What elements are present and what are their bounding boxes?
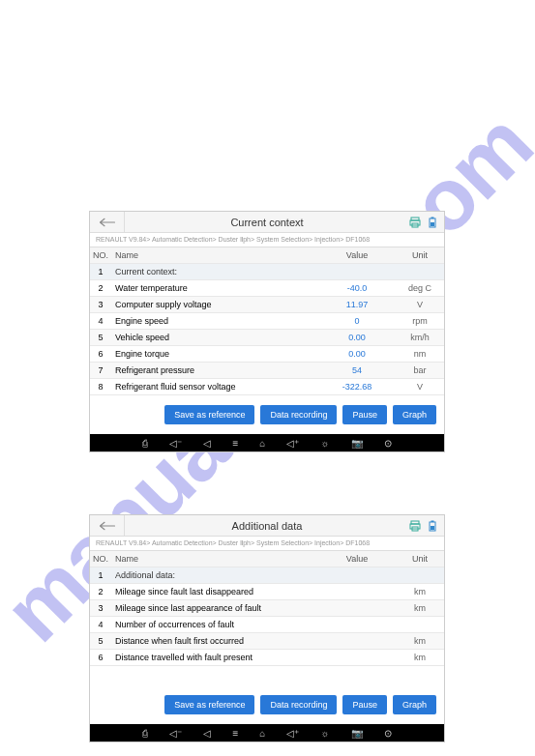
table-row[interactable]: 7Refrigerant pressure54bar: [90, 363, 444, 379]
row-unit: km: [396, 653, 444, 662]
current-context-screen: Current context RENAULT V9.84> Automatic…: [89, 211, 445, 452]
col-no-header: NO.: [90, 554, 111, 564]
volume-down-icon[interactable]: ◁⁻: [169, 728, 182, 739]
brightness-icon[interactable]: ☼: [320, 438, 329, 449]
data-recording-button[interactable]: Data recording: [260, 405, 337, 424]
volume-down-icon[interactable]: ◁⁻: [169, 438, 182, 449]
row-no: 4: [90, 620, 111, 629]
back-icon: [99, 521, 116, 531]
print-icon[interactable]: [409, 520, 421, 532]
table-row[interactable]: 5Distance when fault first occurredkm: [90, 633, 444, 650]
row-name: Additional data:: [111, 570, 318, 580]
row-no: 5: [90, 333, 111, 342]
print-icon[interactable]: [409, 217, 421, 228]
table-row[interactable]: 2Mileage since fault last disappearedkm: [90, 584, 444, 600]
row-unit: km: [396, 587, 444, 596]
table-row[interactable]: 6Distance travelled with fault presentkm: [90, 650, 444, 666]
row-unit: deg C: [396, 283, 444, 293]
row-name: Water temperature: [111, 283, 318, 293]
page-title: Additional data: [90, 520, 444, 532]
row-name: Distance when fault first occurred: [111, 636, 318, 646]
table-header: NO. Name Value Unit: [90, 247, 444, 264]
volume-up-icon[interactable]: ◁⁺: [286, 728, 299, 739]
action-buttons: Save as reference Data recording Pause G…: [90, 395, 444, 434]
row-no: 8: [90, 382, 111, 392]
row-name: Engine speed: [111, 316, 318, 326]
table-row[interactable]: 8Refrigerant fluid sensor voltage-322.68…: [90, 379, 444, 395]
data-recording-button[interactable]: Data recording: [260, 695, 337, 714]
row-no: 5: [90, 636, 111, 646]
nav-recent-icon[interactable]: ≡: [232, 438, 238, 449]
screenshot-icon[interactable]: ⎙: [142, 438, 148, 449]
table-body: 1Current context:2Water temperature-40.0…: [90, 264, 444, 395]
record-icon[interactable]: ⊙: [384, 438, 392, 449]
col-no-header: NO.: [90, 250, 111, 260]
row-value: 0.00: [318, 333, 396, 342]
pause-button[interactable]: Pause: [342, 695, 387, 714]
col-value-header: Value: [318, 554, 396, 564]
header-icons: [409, 520, 438, 532]
row-no: 6: [90, 653, 111, 662]
row-no: 7: [90, 365, 111, 375]
header-icons: [409, 217, 438, 228]
screenshot-icon[interactable]: ⎙: [142, 728, 148, 739]
save-reference-button[interactable]: Save as reference: [164, 695, 254, 714]
nav-recent-icon[interactable]: ≡: [232, 728, 238, 739]
table-row[interactable]: 5Vehicle speed0.00km/h: [90, 330, 444, 346]
back-button[interactable]: [90, 515, 125, 537]
nav-back-icon[interactable]: ◁: [203, 728, 211, 739]
svg-rect-10: [431, 520, 434, 522]
breadcrumb: RENAULT V9.84> Automatic Detection> Dust…: [90, 537, 444, 551]
row-name: Current context:: [111, 267, 318, 276]
svg-rect-4: [431, 217, 434, 218]
camera-icon[interactable]: 📷: [351, 438, 363, 449]
graph-button[interactable]: Graph: [393, 405, 436, 424]
header-bar: Additional data: [90, 515, 444, 537]
android-navbar: ⎙ ◁⁻ ◁ ≡ ⌂ ◁⁺ ☼ 📷 ⊙: [90, 724, 444, 741]
row-no: 2: [90, 587, 111, 596]
row-name: Refrigerant pressure: [111, 365, 318, 375]
svg-rect-5: [431, 222, 434, 226]
row-unit: V: [396, 382, 444, 392]
table-row[interactable]: 2Water temperature-40.0deg C: [90, 280, 444, 297]
row-unit: km: [396, 636, 444, 646]
row-name: Engine torque: [111, 349, 318, 359]
camera-icon[interactable]: 📷: [351, 728, 363, 739]
table-row[interactable]: 4Number of occurrences of fault: [90, 617, 444, 633]
table-row[interactable]: 4Engine speed0rpm: [90, 313, 444, 330]
row-name: Number of occurrences of fault: [111, 620, 318, 629]
graph-button[interactable]: Graph: [393, 695, 436, 714]
table-header: NO. Name Value Unit: [90, 551, 444, 567]
battery-icon[interactable]: [427, 520, 438, 532]
nav-home-icon[interactable]: ⌂: [259, 438, 265, 449]
row-no: 3: [90, 300, 111, 309]
battery-icon[interactable]: [427, 217, 438, 228]
table-row[interactable]: 3Computer supply voltage11.97V: [90, 297, 444, 313]
table-row[interactable]: 3Mileage since last appearance of faultk…: [90, 600, 444, 617]
row-unit: rpm: [396, 316, 444, 326]
col-name-header: Name: [111, 554, 318, 564]
nav-back-icon[interactable]: ◁: [203, 438, 211, 449]
row-value: 11.97: [318, 300, 396, 309]
table-row[interactable]: 1Current context:: [90, 264, 444, 280]
header-bar: Current context: [90, 212, 444, 233]
breadcrumb: RENAULT V9.84> Automatic Detection> Dust…: [90, 233, 444, 247]
pause-button[interactable]: Pause: [342, 405, 387, 424]
row-name: Vehicle speed: [111, 333, 318, 342]
record-icon[interactable]: ⊙: [384, 728, 392, 739]
row-unit: nm: [396, 349, 444, 359]
row-unit: km: [396, 603, 444, 613]
row-no: 3: [90, 603, 111, 613]
back-button[interactable]: [90, 212, 125, 233]
col-name-header: Name: [111, 250, 318, 260]
row-name: Mileage since last appearance of fault: [111, 603, 318, 613]
table-row[interactable]: 1Additional data:: [90, 567, 444, 584]
brightness-icon[interactable]: ☼: [320, 728, 329, 739]
svg-rect-11: [431, 526, 434, 530]
volume-up-icon[interactable]: ◁⁺: [286, 438, 299, 449]
table-row[interactable]: 6Engine torque0.00nm: [90, 346, 444, 363]
save-reference-button[interactable]: Save as reference: [164, 405, 254, 424]
row-unit: km/h: [396, 333, 444, 342]
row-name: Distance travelled with fault present: [111, 653, 318, 662]
nav-home-icon[interactable]: ⌂: [259, 728, 265, 739]
